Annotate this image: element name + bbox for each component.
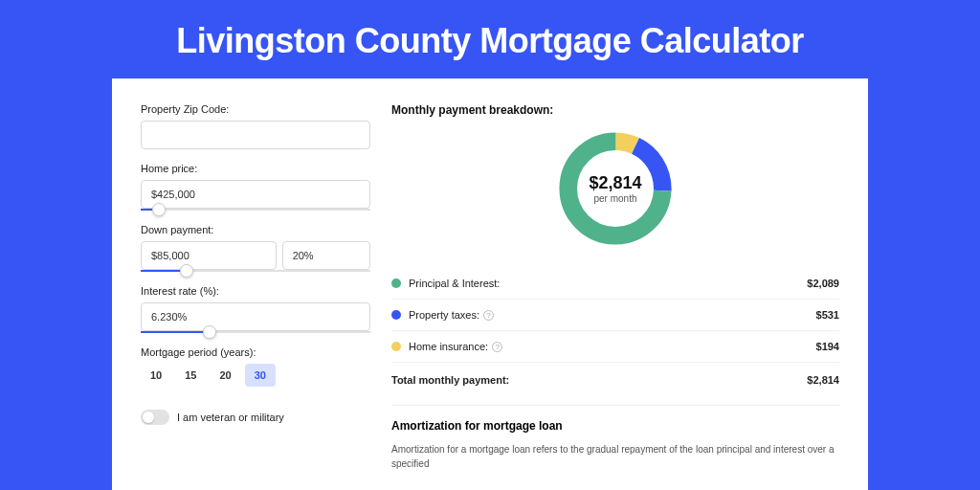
donut-center: $2,814 per month — [553, 126, 678, 251]
amortization-title: Amortization for mortgage loan — [391, 419, 839, 433]
zip-field: Property Zip Code: — [141, 103, 370, 149]
calculator-card: Property Zip Code: Home price: Down paym… — [112, 78, 868, 490]
mortgage-period-label: Mortgage period (years): — [141, 346, 370, 358]
info-icon[interactable]: ? — [492, 342, 502, 352]
veteran-row: I am veteran or military — [141, 410, 370, 425]
legend-dot — [391, 310, 401, 320]
mortgage-period-options: 10152030 — [141, 364, 370, 387]
legend-value: $2,089 — [807, 278, 839, 289]
period-option-10[interactable]: 10 — [141, 364, 171, 387]
legend-label: Property taxes:? — [409, 309, 816, 321]
veteran-toggle[interactable] — [141, 410, 169, 425]
home-price-slider[interactable] — [141, 209, 370, 211]
inputs-panel: Property Zip Code: Home price: Down paym… — [141, 103, 370, 490]
donut-sublabel: per month — [593, 193, 636, 204]
home-price-slider-thumb[interactable] — [152, 203, 166, 216]
interest-rate-slider[interactable] — [141, 331, 370, 333]
breakdown-title: Monthly payment breakdown: — [391, 103, 839, 117]
legend-value: $194 — [816, 341, 839, 352]
interest-rate-label: Interest rate (%): — [141, 285, 370, 297]
veteran-toggle-knob — [143, 412, 154, 423]
interest-rate-slider-thumb[interactable] — [203, 325, 216, 339]
amortization-section: Amortization for mortgage loan Amortizat… — [391, 405, 839, 471]
donut-chart: $2,814 per month — [391, 121, 839, 260]
legend-total-row: Total monthly payment:$2,814 — [391, 363, 839, 395]
period-option-15[interactable]: 15 — [175, 364, 206, 387]
down-payment-field: Down payment: — [141, 224, 370, 272]
legend: Principal & Interest:$2,089Property taxe… — [391, 268, 839, 395]
legend-row: Home insurance:?$194 — [391, 331, 839, 363]
legend-row: Property taxes:?$531 — [391, 300, 839, 331]
zip-input[interactable] — [141, 121, 370, 149]
interest-rate-field: Interest rate (%): — [141, 285, 370, 333]
home-price-field: Home price: — [141, 163, 370, 211]
interest-rate-input[interactable] — [141, 302, 370, 331]
total-value: $2,814 — [807, 374, 839, 386]
veteran-label: I am veteran or military — [177, 412, 284, 423]
legend-row: Principal & Interest:$2,089 — [391, 268, 839, 300]
info-icon[interactable]: ? — [483, 310, 494, 321]
down-payment-slider-thumb[interactable] — [180, 264, 193, 278]
legend-label: Principal & Interest: — [409, 278, 807, 289]
legend-dot — [391, 342, 401, 351]
down-payment-label: Down payment: — [141, 224, 370, 235]
period-option-20[interactable]: 20 — [211, 364, 241, 387]
home-price-label: Home price: — [141, 163, 370, 174]
down-payment-input[interactable] — [141, 241, 277, 270]
legend-value: $531 — [816, 309, 839, 321]
down-payment-pct-input[interactable] — [282, 241, 370, 270]
legend-label: Home insurance:? — [409, 341, 816, 352]
zip-label: Property Zip Code: — [141, 103, 370, 115]
home-price-input[interactable] — [141, 180, 370, 209]
donut-amount: $2,814 — [589, 173, 641, 193]
period-option-30[interactable]: 30 — [245, 364, 276, 387]
breakdown-panel: Monthly payment breakdown: $2,814 per mo… — [391, 103, 839, 490]
total-label: Total monthly payment: — [391, 374, 807, 386]
page-title: Livingston County Mortgage Calculator — [0, 0, 980, 78]
interest-rate-slider-fill — [141, 331, 210, 333]
mortgage-period-field: Mortgage period (years): 10152030 — [141, 346, 370, 387]
legend-dot — [391, 278, 401, 288]
amortization-text: Amortization for a mortgage loan refers … — [391, 442, 839, 471]
down-payment-slider[interactable] — [141, 270, 370, 272]
